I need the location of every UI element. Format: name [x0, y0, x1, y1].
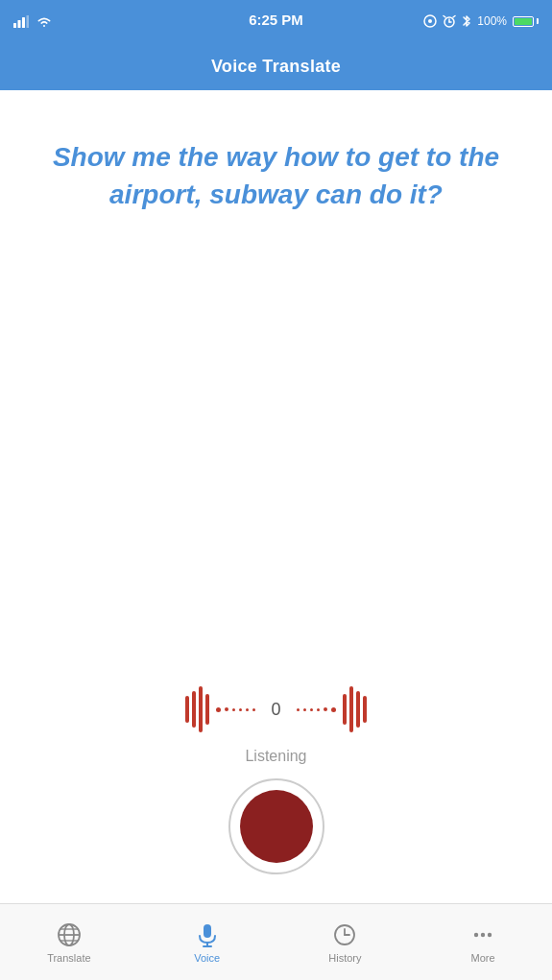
bluetooth-icon — [462, 14, 471, 28]
status-bar: 6:25 PM 100% — [0, 0, 552, 42]
svg-line-10 — [453, 16, 455, 18]
globe-icon — [56, 921, 83, 948]
tab-more-label: More — [471, 952, 495, 964]
svg-point-23 — [481, 932, 485, 936]
translated-text: Show me the way how to get to the airpor… — [19, 138, 533, 213]
alarm-icon — [443, 14, 456, 28]
more-icon — [469, 921, 496, 948]
svg-point-24 — [488, 932, 492, 936]
svg-line-9 — [444, 16, 445, 18]
waveform-right — [297, 686, 367, 732]
tab-voice-label: Voice — [194, 952, 220, 964]
target-icon — [423, 14, 437, 28]
main-content: Show me the way how to get to the airpor… — [0, 90, 552, 903]
record-button[interactable] — [228, 778, 324, 874]
nav-bar: Voice Translate — [0, 42, 552, 90]
tab-history-label: History — [328, 952, 361, 964]
record-button-container — [228, 778, 324, 874]
svg-rect-3 — [27, 15, 30, 28]
tab-voice[interactable]: Voice — [138, 904, 276, 980]
svg-point-22 — [474, 932, 478, 936]
nav-title: Voice Translate — [211, 57, 341, 77]
waveform-left — [185, 686, 255, 732]
status-time: 6:25 PM — [249, 12, 303, 28]
tab-bar: Translate Voice History More — [0, 903, 552, 980]
svg-rect-0 — [13, 23, 16, 28]
status-right-icons: 100% — [423, 14, 539, 28]
wifi-icon — [36, 15, 52, 28]
svg-point-5 — [428, 19, 432, 23]
battery-icon — [513, 16, 539, 27]
svg-rect-2 — [22, 17, 25, 28]
tab-history[interactable]: History — [276, 904, 415, 980]
battery-percent: 100% — [477, 14, 507, 28]
record-button-inner — [240, 790, 313, 863]
tab-translate-label: Translate — [47, 952, 90, 964]
listening-label: Listening — [245, 748, 306, 765]
waveform-container: 0 — [185, 686, 366, 732]
svg-rect-1 — [18, 20, 21, 28]
tab-more[interactable]: More — [414, 904, 552, 980]
svg-rect-16 — [204, 924, 211, 938]
mic-icon — [194, 921, 221, 948]
status-left-icons — [13, 15, 52, 28]
signal-icon — [13, 15, 29, 28]
history-icon — [331, 921, 358, 948]
waveform-zero: 0 — [271, 700, 280, 720]
tab-translate[interactable]: Translate — [0, 904, 138, 980]
